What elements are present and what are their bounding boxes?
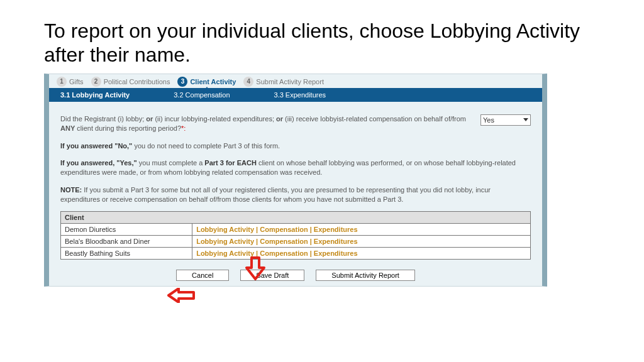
client-actions: Lobbying Activity | Compensation | Expen… (192, 223, 531, 235)
para-no: If you answered "No," you do not need to… (60, 141, 531, 151)
question-text: Did the Registrant (i) lobby; or (ii) in… (60, 114, 472, 134)
para-note-t: If you submit a Part 3 for some but not … (60, 186, 491, 203)
para-yes-b2: Part 3 for EACH (204, 159, 257, 167)
client-name: Bela's Bloodbank and Diner (61, 235, 192, 247)
question-row: Did the Registrant (i) lobby; or (ii) in… (60, 114, 531, 134)
step-label: Gifts (69, 78, 84, 85)
client-actions: Lobbying Activity | Compensation | Expen… (192, 235, 531, 247)
subnav-lobbying-activity[interactable]: 3.1 Lobbying Activity (60, 91, 130, 99)
compensation-link[interactable]: Compensation (260, 250, 308, 257)
q-text: (ii) incur lobbying-related expenditures… (153, 115, 276, 123)
para-yes-t1: you must complete a (137, 159, 205, 167)
para-yes: If you answered, "Yes," you must complet… (60, 158, 531, 178)
step-number: 3 (177, 77, 187, 87)
step-submit-report[interactable]: 4 Submit Activity Report (243, 77, 324, 87)
form-content: Did the Registrant (i) lobby; or (ii) in… (49, 102, 542, 263)
client-name: Demon Diuretics (61, 223, 192, 235)
subnav: 3.1 Lobbying Activity 3.2 Compensation 3… (49, 88, 542, 102)
para-yes-b1: If you answered, "Yes," (60, 159, 137, 167)
table-row: Bela's Bloodbank and Diner Lobbying Acti… (61, 235, 531, 247)
step-label: Submit Activity Report (256, 78, 324, 85)
q-text: client during this reporting period? (75, 124, 181, 132)
button-row: Cancel Save Draft Submit Activity Report (49, 263, 542, 286)
para-note-b: NOTE: (60, 186, 82, 194)
wizard-steps: 1 Gifts 2 Political Contributions 3 Clie… (49, 74, 542, 88)
client-name: Beastly Bathing Suits (61, 247, 192, 259)
client-actions: Lobbying Activity | Compensation | Expen… (192, 247, 531, 259)
answer-select[interactable]: Yes (480, 114, 531, 126)
table-row: Demon Diuretics Lobbying Activity | Comp… (61, 223, 531, 235)
step-number: 1 (57, 77, 67, 87)
q-or: or (276, 115, 283, 123)
para-no-bold: If you answered "No," (60, 142, 132, 150)
compensation-link[interactable]: Compensation (260, 238, 308, 245)
annotation-arrow-left-icon (167, 288, 195, 303)
table-row: Beastly Bathing Suits Lobbying Activity … (61, 247, 531, 259)
step-political-contributions[interactable]: 2 Political Contributions (91, 77, 170, 87)
submit-button[interactable]: Submit Activity Report (316, 270, 415, 281)
q-text: Did the Registrant (i) lobby; (60, 115, 146, 123)
step-label: Political Contributions (104, 78, 170, 85)
para-no-text: you do not need to complete Part 3 of th… (132, 142, 280, 150)
subnav-expenditures[interactable]: 3.3 Expenditures (274, 91, 326, 99)
step-client-activity[interactable]: 3 Client Activity (177, 77, 236, 87)
clients-header: Client (61, 211, 531, 223)
chevron-down-icon (523, 118, 528, 121)
required-star: *: (181, 124, 186, 132)
answer-value: Yes (483, 116, 494, 124)
lobbying-activity-link[interactable]: Lobbying Activity (196, 238, 254, 245)
form-panel: 1 Gifts 2 Political Contributions 3 Clie… (44, 74, 547, 287)
expenditures-link[interactable]: Expenditures (314, 238, 358, 245)
compensation-link[interactable]: Compensation (260, 226, 308, 233)
page-title: To report on your individual clients, ch… (44, 19, 600, 67)
q-any: ANY (60, 124, 75, 132)
lobbying-activity-link[interactable]: Lobbying Activity (196, 226, 254, 233)
step-number: 4 (243, 77, 253, 87)
clients-table: Client Demon Diuretics Lobbying Activity… (60, 211, 531, 260)
step-number: 2 (91, 77, 101, 87)
expenditures-link[interactable]: Expenditures (314, 226, 358, 233)
lobbying-activity-link[interactable]: Lobbying Activity (196, 250, 254, 257)
save-draft-button[interactable]: Save Draft (240, 270, 304, 281)
expenditures-link[interactable]: Expenditures (314, 250, 358, 257)
q-or: or (146, 115, 153, 123)
cancel-button[interactable]: Cancel (176, 270, 229, 281)
step-gifts[interactable]: 1 Gifts (57, 77, 84, 87)
subnav-compensation[interactable]: 3.2 Compensation (174, 91, 230, 99)
para-note: NOTE: If you submit a Part 3 for some bu… (60, 185, 531, 205)
step-label: Client Activity (190, 78, 236, 85)
q-text: (iii) receive lobbyist-related compensat… (283, 115, 466, 123)
